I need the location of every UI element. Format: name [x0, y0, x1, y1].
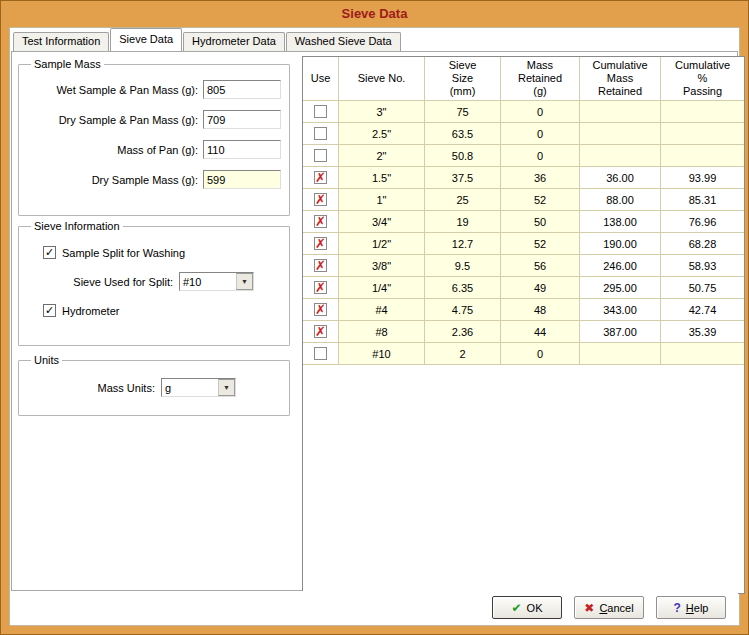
chevron-down-icon[interactable]: ▼ [236, 273, 253, 290]
mass-retained-cell[interactable]: 50 [501, 211, 580, 233]
sieve-no-cell: 1/2" [339, 233, 425, 255]
sieve-size-cell: 75 [425, 101, 501, 123]
cumulative-passing-cell [661, 101, 744, 123]
cumulative-passing-cell: 93.99 [661, 167, 744, 189]
table-row: ✗3/8"9.556246.0058.93 [303, 255, 744, 277]
sieve-size-cell: 50.8 [425, 145, 501, 167]
use-checkbox[interactable]: ✗ [303, 167, 339, 189]
sieve-no-cell: 2" [339, 145, 425, 167]
mass-retained-cell[interactable]: 49 [501, 277, 580, 299]
units-group-title: Units [31, 354, 62, 366]
mass-retained-cell[interactable]: 56 [501, 255, 580, 277]
sieve-table-body: 3"7502.5"63.502"50.80✗1.5"37.53636.0093.… [303, 101, 744, 365]
use-checkbox[interactable] [303, 145, 339, 167]
dry-sample-pan-mass-row: Dry Sample & Pan Mass (g): [27, 110, 281, 129]
sieve-no-cell: 3" [339, 101, 425, 123]
mass-retained-cell[interactable]: 52 [501, 233, 580, 255]
use-checkbox[interactable] [303, 101, 339, 123]
sieve-size-cell: 4.75 [425, 299, 501, 321]
use-checkbox[interactable] [303, 123, 339, 145]
sieve-size-cell: 2.36 [425, 321, 501, 343]
tab-test-information[interactable]: Test Information [13, 32, 109, 51]
ok-button-label: OK [527, 602, 543, 614]
unchecked-box-icon [314, 105, 327, 118]
cumulative-passing-cell [661, 123, 744, 145]
dry-sample-pan-mass-input[interactable] [203, 110, 281, 129]
cumulative-passing-cell: 58.93 [661, 255, 744, 277]
mass-units-label: Mass Units: [27, 382, 155, 394]
use-checkbox[interactable]: ✗ [303, 321, 339, 343]
table-row: ✗1"255288.0085.31 [303, 189, 744, 211]
use-checkbox[interactable]: ✗ [303, 211, 339, 233]
cumulative-mass-cell: 88.00 [580, 189, 661, 211]
mass-units-value: g [162, 382, 218, 394]
unchecked-box-icon [314, 149, 327, 162]
sieve-table: UseSieve No.Sieve Size (mm)Mass Retained… [302, 56, 745, 594]
sample-split-checkbox[interactable]: ✓ Sample Split for Washing [43, 246, 281, 259]
tab-washed-sieve-data[interactable]: Washed Sieve Data [286, 32, 401, 51]
mass-retained-cell[interactable]: 0 [501, 343, 580, 365]
mass-retained-cell[interactable]: 0 [501, 123, 580, 145]
cancel-button-label: Cancel [599, 602, 633, 614]
cumulative-mass-cell [580, 123, 661, 145]
column-header-3: Mass Retained (g) [501, 57, 580, 101]
wet-sample-pan-mass-row: Wet Sample & Pan Mass (g): [27, 80, 281, 99]
use-checkbox[interactable]: ✗ [303, 255, 339, 277]
sieve-used-for-split-select[interactable]: #10 ▼ [179, 272, 254, 291]
column-header-5: Cumulative % Passing [661, 57, 744, 101]
use-checkbox[interactable]: ✗ [303, 189, 339, 211]
use-checkbox[interactable]: ✗ [303, 277, 339, 299]
sieve-size-cell: 12.7 [425, 233, 501, 255]
mass-retained-cell[interactable]: 52 [501, 189, 580, 211]
cumulative-passing-cell: 76.96 [661, 211, 744, 233]
ok-button[interactable]: ✔ OK [492, 596, 562, 619]
dialog-body: Test Information Sieve Data Hydrometer D… [9, 27, 740, 626]
help-button-label: Help [686, 602, 709, 614]
sample-mass-group-title: Sample Mass [31, 58, 104, 70]
mass-of-pan-input[interactable] [203, 140, 281, 159]
sieve-size-cell: 19 [425, 211, 501, 233]
column-header-0: Use [303, 57, 339, 101]
sieve-size-cell: 63.5 [425, 123, 501, 145]
table-row: ✗1/2"12.752190.0068.28 [303, 233, 744, 255]
cumulative-mass-cell: 246.00 [580, 255, 661, 277]
mass-units-select[interactable]: g ▼ [161, 378, 236, 397]
cumulative-passing-cell: 35.39 [661, 321, 744, 343]
tab-sieve-data[interactable]: Sieve Data [110, 28, 182, 51]
use-checkbox[interactable]: ✗ [303, 299, 339, 321]
sieve-used-for-split-value: #10 [180, 276, 236, 288]
sieve-size-cell: 6.35 [425, 277, 501, 299]
cumulative-passing-cell [661, 145, 744, 167]
check-mark-icon: ✓ [45, 305, 54, 315]
chevron-down-icon[interactable]: ▼ [218, 379, 235, 396]
dry-sample-mass-input[interactable] [203, 170, 281, 189]
mass-retained-cell[interactable]: 0 [501, 145, 580, 167]
footer-bar: ✔ OK ✖ Cancel ? Help [11, 591, 738, 624]
cumulative-mass-cell: 343.00 [580, 299, 661, 321]
mass-retained-cell[interactable]: 0 [501, 101, 580, 123]
checked-x-icon: ✗ [314, 259, 327, 272]
cancel-button[interactable]: ✖ Cancel [574, 596, 644, 619]
checked-x-icon: ✗ [314, 215, 327, 228]
mass-retained-cell[interactable]: 36 [501, 167, 580, 189]
use-checkbox[interactable]: ✗ [303, 233, 339, 255]
column-header-4: Cumulative Mass Retained [580, 57, 661, 101]
hydrometer-checkbox[interactable]: ✓ Hydrometer [43, 304, 281, 317]
question-mark-icon: ? [674, 602, 681, 614]
mass-retained-cell[interactable]: 48 [501, 299, 580, 321]
mass-of-pan-label: Mass of Pan (g): [27, 144, 198, 156]
sieve-size-cell: 37.5 [425, 167, 501, 189]
sieve-no-cell: 1.5" [339, 167, 425, 189]
table-row: ✗3/4"1950138.0076.96 [303, 211, 744, 233]
sieve-no-cell: 1" [339, 189, 425, 211]
tab-hydrometer-data[interactable]: Hydrometer Data [183, 32, 285, 51]
tab-bar: Test Information Sieve Data Hydrometer D… [11, 29, 738, 51]
mass-retained-cell[interactable]: 44 [501, 321, 580, 343]
wet-sample-pan-mass-input[interactable] [203, 80, 281, 99]
cumulative-mass-cell [580, 101, 661, 123]
help-button[interactable]: ? Help [656, 596, 726, 619]
use-checkbox[interactable] [303, 343, 339, 365]
cumulative-mass-cell: 190.00 [580, 233, 661, 255]
checked-x-icon: ✗ [314, 193, 327, 206]
sample-mass-group: Sample Mass Wet Sample & Pan Mass (g): D… [18, 58, 290, 216]
